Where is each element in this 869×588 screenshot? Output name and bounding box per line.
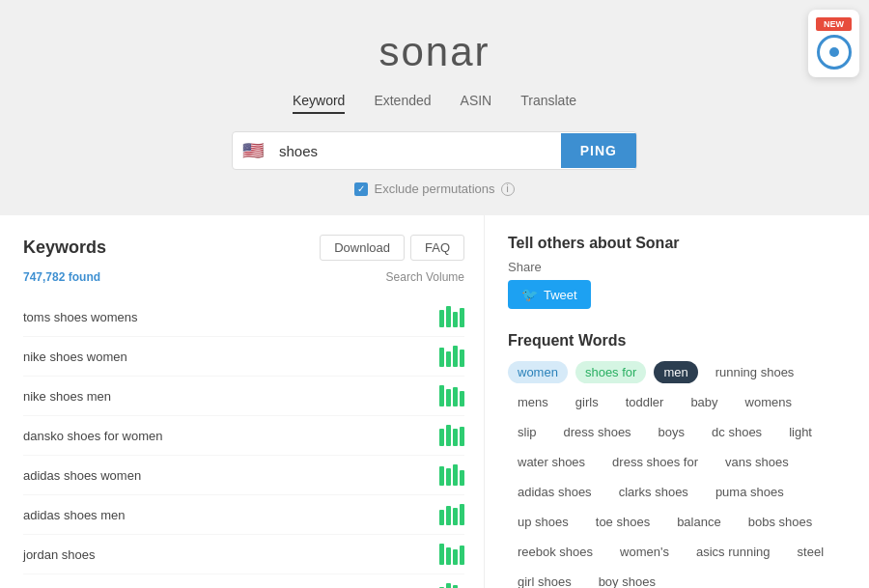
bar — [453, 346, 458, 367]
bar — [446, 583, 451, 588]
bar — [439, 466, 444, 486]
word-tag[interactable]: toddler — [616, 391, 674, 413]
tab-translate[interactable]: Translate — [520, 93, 576, 114]
keywords-title: Keywords — [23, 238, 106, 258]
word-tag[interactable]: girls — [566, 391, 608, 413]
word-tag[interactable]: asics running — [687, 541, 780, 563]
search-input[interactable] — [273, 133, 561, 169]
faq-button[interactable]: FAQ — [410, 235, 464, 261]
bar — [439, 544, 444, 565]
word-tag[interactable]: baby — [681, 391, 727, 413]
word-tag[interactable]: women — [508, 361, 568, 383]
social-title: Tell others about Sonar — [508, 235, 846, 252]
bar — [460, 308, 464, 327]
word-tag[interactable]: balance — [667, 511, 731, 533]
bar — [439, 510, 444, 525]
bar — [446, 389, 451, 406]
word-tag[interactable]: steel — [788, 541, 833, 563]
word-tag[interactable]: women's — [610, 541, 679, 563]
list-item: toms shoes womens — [23, 297, 464, 337]
list-item: jordan shoes — [23, 535, 464, 574]
keyword-list: toms shoes womens nike shoes women — [23, 297, 464, 588]
volume-bars — [439, 306, 464, 327]
word-tag[interactable]: mens — [508, 391, 558, 413]
bar — [439, 348, 444, 367]
volume-bars — [439, 346, 464, 367]
word-tag[interactable]: running shoes — [706, 361, 804, 383]
search-volume-label: Search Volume — [386, 270, 464, 284]
keyword-text: jordan shoes — [23, 547, 95, 562]
word-tag[interactable]: dress shoes for — [603, 451, 708, 473]
bar — [460, 546, 464, 565]
volume-bars — [439, 583, 464, 588]
exclude-row: Exclude permutations i — [0, 182, 869, 196]
social-section: Tell others about Sonar Share 🐦 Tweet — [508, 235, 846, 309]
volume-bars — [439, 544, 464, 565]
keyword-text: adidas shoes men — [23, 508, 126, 522]
word-tag[interactable]: men — [654, 361, 697, 383]
bar — [439, 310, 444, 327]
volume-bars — [439, 504, 464, 525]
list-item: nike shoes men — [23, 377, 464, 416]
word-tag[interactable]: boy shoes — [589, 571, 665, 588]
list-item: adidas shoes women — [23, 456, 464, 495]
left-panel: Keywords Download FAQ 747,782 found Sear… — [0, 215, 485, 588]
word-tag[interactable]: shoes for — [575, 361, 646, 383]
word-tag[interactable]: puma shoes — [706, 481, 794, 503]
tab-asin[interactable]: ASIN — [461, 93, 492, 114]
bar — [446, 351, 451, 367]
header: sonar Keyword Extended ASIN Translate 🇺🇸… — [0, 0, 869, 215]
keyword-text: dansko shoes for women — [23, 429, 163, 443]
word-tag[interactable]: dc shoes — [702, 421, 771, 443]
bar — [460, 504, 464, 525]
tweet-button[interactable]: 🐦 Tweet — [508, 280, 591, 309]
word-tag[interactable]: toe shoes — [586, 511, 659, 533]
list-item: dansko shoes for women — [23, 416, 464, 456]
word-tag[interactable]: bobs shoes — [739, 511, 823, 533]
exclude-checkbox[interactable] — [354, 182, 368, 196]
bar — [453, 508, 458, 525]
tweet-label: Tweet — [544, 288, 577, 302]
word-tag[interactable]: girl shoes — [508, 571, 581, 588]
bar — [453, 549, 458, 565]
word-tag[interactable]: dress shoes — [554, 421, 641, 443]
right-panel: Tell others about Sonar Share 🐦 Tweet Fr… — [485, 215, 869, 588]
new-icon-inner — [829, 47, 839, 57]
new-ribbon: NEW — [816, 17, 852, 31]
word-tag[interactable]: adidas shoes — [508, 481, 602, 503]
keyword-text: nike shoes men — [23, 389, 111, 404]
volume-bars — [439, 385, 464, 406]
bar — [446, 547, 451, 565]
main: Keywords Download FAQ 747,782 found Sear… — [0, 215, 869, 588]
word-tag[interactable]: up shoes — [508, 511, 578, 533]
ping-button[interactable]: PING — [561, 133, 636, 168]
word-tag[interactable]: vans shoes — [715, 451, 799, 473]
bar — [453, 312, 458, 327]
bar — [446, 306, 451, 327]
info-icon[interactable]: i — [501, 182, 515, 196]
list-item: nike shoes women — [23, 337, 464, 377]
word-tag[interactable]: womens — [736, 391, 801, 413]
nav-tabs: Keyword Extended ASIN Translate — [0, 93, 869, 114]
word-cloud: womenshoes formenrunning shoesmensgirlst… — [508, 361, 846, 588]
flag-icon: 🇺🇸 — [233, 132, 273, 169]
word-tag[interactable]: light — [779, 421, 822, 443]
tab-extended[interactable]: Extended — [374, 93, 431, 114]
new-icon-circle — [817, 35, 852, 70]
download-button[interactable]: Download — [320, 235, 405, 261]
panel-header: Keywords Download FAQ — [23, 235, 464, 261]
frequent-words-title: Frequent Words — [508, 332, 846, 350]
word-tag[interactable]: slip — [508, 421, 547, 443]
frequent-words-section: Frequent Words womenshoes formenrunning … — [508, 332, 846, 588]
bar — [446, 425, 451, 446]
found-row: 747,782 found Search Volume — [23, 270, 464, 284]
word-tag[interactable]: boys — [649, 421, 694, 443]
word-tag[interactable]: reebok shoes — [508, 541, 603, 563]
tab-keyword[interactable]: Keyword — [293, 93, 345, 114]
bar — [439, 429, 444, 446]
bar — [460, 470, 464, 486]
word-tag[interactable]: water shoes — [508, 451, 595, 473]
bar — [446, 506, 451, 525]
word-tag[interactable]: clarks shoes — [609, 481, 698, 503]
found-count: 747,782 found — [23, 270, 100, 284]
